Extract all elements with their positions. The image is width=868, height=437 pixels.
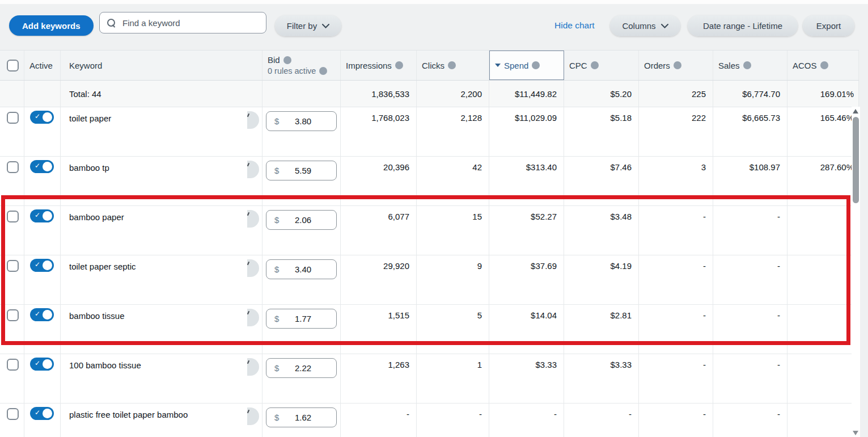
filter-by-button[interactable]: Filter by (275, 15, 341, 36)
info-icon[interactable] (820, 61, 828, 69)
clipped-badge (247, 358, 259, 376)
acos-value: 165.46% (787, 107, 859, 156)
highlight-annotation-box (1, 195, 850, 345)
toggle-knob (43, 409, 52, 418)
currency-symbol: $ (274, 413, 279, 422)
total-orders: 225 (639, 81, 713, 107)
search-input[interactable] (122, 18, 253, 28)
keyword-text: toilet paper (69, 114, 111, 123)
clicks-value: 1 (417, 354, 489, 403)
sales-value: $6,665.73 (713, 107, 787, 156)
bid-input[interactable]: $2.22 (266, 358, 337, 378)
column-header-active[interactable]: Active (24, 51, 61, 80)
cpc-value: $5.18 (564, 107, 639, 156)
table-row: plastic free toilet paper bamboo $1.62 -… (0, 404, 859, 437)
clipped-badge (247, 407, 259, 425)
row-checkbox[interactable] (7, 408, 19, 420)
info-icon[interactable] (532, 61, 540, 69)
info-icon[interactable] (395, 61, 403, 69)
clipped-badge (247, 111, 259, 129)
column-header-spend-sorted[interactable]: Spend (489, 51, 564, 80)
spend-value: - (489, 404, 564, 437)
sort-descending-icon (495, 64, 501, 67)
total-cpc: $5.20 (564, 81, 639, 107)
info-icon[interactable] (319, 67, 327, 75)
currency-symbol: $ (274, 116, 279, 126)
table-row: toilet paper $3.80 1,768,023 2,128 $11,0… (0, 107, 859, 157)
info-icon[interactable] (674, 61, 681, 69)
columns-button[interactable]: Columns (610, 15, 680, 36)
total-impressions: 1,836,533 (341, 81, 417, 107)
scroll-down-arrow-icon[interactable] (853, 431, 858, 435)
column-header-cpc[interactable]: CPC (564, 51, 639, 80)
totals-label: Total: 44 (61, 81, 262, 107)
column-header-acos[interactable]: ACOS (787, 51, 859, 80)
chevron-down-icon (661, 24, 668, 28)
row-checkbox[interactable] (7, 112, 19, 124)
scroll-up-arrow-icon[interactable] (853, 109, 858, 114)
total-clicks: 2,200 (417, 81, 489, 107)
info-icon[interactable] (283, 56, 291, 64)
impressions-value: 1,768,023 (341, 107, 417, 156)
column-header-impressions[interactable]: Impressions (341, 51, 417, 80)
export-button[interactable]: Export (803, 15, 854, 36)
sales-value: - (713, 354, 787, 403)
keyword-text: plastic free toilet paper bamboo (69, 410, 188, 419)
search-icon (107, 19, 116, 27)
clicks-value: - (417, 404, 489, 437)
date-range-button[interactable]: Date range - Lifetime (688, 15, 798, 36)
spend-value: $3.33 (489, 354, 564, 403)
vertical-scrollbar[interactable] (852, 107, 860, 437)
info-icon[interactable] (448, 61, 456, 69)
select-all-checkbox[interactable] (7, 60, 19, 72)
keyword-text: bamboo tp (69, 163, 109, 173)
column-header-clicks[interactable]: Clicks (417, 51, 489, 80)
scrollbar-thumb[interactable] (853, 117, 859, 203)
table-row: 100 bamboo tissue $2.22 1,263 1 $3.33 $3… (0, 354, 859, 404)
active-toggle[interactable] (30, 111, 54, 124)
active-toggle[interactable] (30, 160, 54, 173)
total-acos: 169.01% (787, 81, 859, 107)
info-icon[interactable] (591, 61, 599, 69)
toggle-knob (43, 112, 52, 122)
active-toggle[interactable] (30, 358, 54, 371)
clipped-badge (247, 161, 259, 178)
cpc-value: - (564, 404, 639, 437)
bid-input[interactable]: $1.62 (266, 407, 337, 427)
acos-value (787, 404, 859, 437)
impressions-value: - (341, 404, 417, 437)
column-header-sales[interactable]: Sales (713, 51, 787, 80)
columns-label: Columns (622, 21, 655, 31)
active-toggle[interactable] (30, 407, 54, 420)
row-checkbox[interactable] (7, 359, 19, 371)
spend-value: $11,029.09 (489, 107, 564, 156)
filter-by-label: Filter by (287, 21, 317, 31)
impressions-value: 1,263 (341, 354, 417, 403)
clicks-value: 2,128 (417, 107, 489, 156)
top-edge-strip (0, 0, 868, 4)
keyword-search-box[interactable] (99, 12, 266, 33)
currency-symbol: $ (274, 363, 279, 373)
bid-input[interactable]: $3.80 (266, 111, 337, 131)
column-header-bid[interactable]: Bid 0 rules active (262, 51, 341, 80)
row-checkbox[interactable] (7, 161, 19, 173)
column-header-keyword[interactable]: Keyword (61, 51, 262, 80)
info-icon[interactable] (743, 61, 751, 69)
bid-input[interactable]: $5.59 (266, 161, 337, 180)
toggle-knob (43, 162, 52, 171)
totals-row: Total: 44 1,836,533 2,200 $11,449.82 $5.… (0, 81, 859, 107)
add-keywords-button[interactable]: Add keywords (9, 15, 94, 36)
sales-value: - (713, 404, 787, 437)
total-sales: $6,774.70 (713, 81, 787, 107)
orders-value: - (639, 354, 713, 403)
acos-value (787, 354, 859, 403)
total-spend: $11,449.82 (489, 81, 564, 107)
toolbar: Add keywords Filter by Hide chart Column… (0, 4, 868, 50)
keyword-text: 100 bamboo tissue (69, 360, 141, 370)
hide-chart-link[interactable]: Hide chart (554, 20, 595, 31)
currency-symbol: $ (274, 166, 279, 175)
toggle-knob (43, 359, 52, 369)
orders-value: - (639, 404, 713, 437)
column-header-orders[interactable]: Orders (639, 51, 713, 80)
table-header-row: Active Keyword Bid 0 rules active Impres… (0, 51, 859, 81)
